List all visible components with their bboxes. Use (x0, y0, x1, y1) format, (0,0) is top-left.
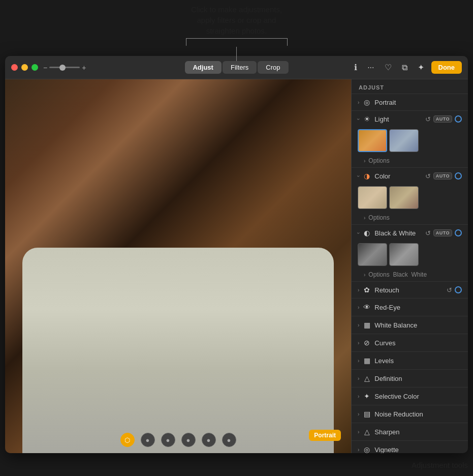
adjust-row-curves[interactable]: › ⊘ Curves (352, 334, 468, 351)
color-thumb-2[interactable] (389, 186, 419, 209)
bw-thumb-1[interactable] (358, 243, 387, 266)
adjust-row-selcolor[interactable]: › ✦ Selective Color (352, 387, 468, 405)
bw-thumbs (352, 241, 468, 269)
portrait-label-button[interactable]: Portrait (309, 430, 341, 441)
wb-label: White Balance (374, 321, 417, 329)
tab-filters[interactable]: Filters (223, 61, 257, 74)
magic-button[interactable]: ✦ (415, 61, 427, 74)
retouch-toggle[interactable] (455, 286, 462, 293)
zoom-slider[interactable] (49, 67, 80, 68)
tab-crop[interactable]: Crop (258, 61, 288, 74)
chevron-definition: › (358, 376, 359, 381)
adjust-row-sharpen[interactable]: › △ Sharpen (352, 423, 468, 440)
adjust-row-wb[interactable]: › ▦ White Balance (352, 316, 468, 334)
wb-icon: ▦ (362, 320, 371, 330)
chevron-curves: › (358, 340, 359, 346)
photo-background (5, 79, 351, 453)
chevron-redeye: › (358, 305, 359, 310)
tool-circle-4[interactable]: ● (202, 433, 216, 447)
adjust-row-color[interactable]: › ◑ Color ↺ AUTO (352, 168, 468, 184)
favorite-button[interactable]: ♡ (382, 61, 395, 74)
tool-hexagon[interactable]: ⬡ (120, 433, 135, 447)
color-toggle[interactable] (455, 172, 462, 180)
color-reset-icon[interactable]: ↺ (425, 172, 431, 180)
chevron-levels: › (358, 358, 359, 364)
minimize-button[interactable] (21, 64, 28, 71)
chevron-vignette: › (358, 447, 359, 453)
light-controls: ↺ AUTO (425, 115, 462, 123)
adjust-row-vignette[interactable]: › ◎ Vignette (352, 440, 468, 453)
fullscreen-button[interactable] (31, 64, 38, 71)
chevron-selcolor: › (358, 394, 359, 399)
adjust-row-portrait[interactable]: › ◎ Portrait (352, 94, 468, 110)
color-label: Color (374, 172, 425, 180)
light-thumb-1[interactable] (358, 129, 387, 152)
light-thumbs (352, 127, 468, 155)
bw-options-chevron: › (364, 272, 365, 278)
bw-thumb-2[interactable] (389, 243, 419, 266)
info-button[interactable]: ℹ (351, 61, 360, 74)
close-button[interactable] (11, 64, 18, 71)
retouch-reset-icon[interactable]: ↺ (447, 286, 452, 294)
tab-adjust[interactable]: Adjust (184, 61, 221, 74)
bw-label: Black & White (374, 229, 425, 237)
retouch-icon: ✿ (362, 285, 371, 294)
light-options-chevron: › (364, 158, 365, 164)
color-controls: ↺ AUTO (425, 172, 462, 180)
chevron-color: › (356, 175, 361, 176)
adjust-row-definition[interactable]: › △ Definition (352, 369, 468, 387)
chevron-portrait: › (358, 100, 359, 105)
more-button[interactable]: ··· (364, 62, 377, 74)
curves-label: Curves (374, 339, 395, 347)
light-options-row[interactable]: › Options (352, 155, 468, 167)
bw-options-row[interactable]: › Options Black White (352, 269, 468, 281)
tool-circle-1[interactable]: ● (141, 433, 155, 447)
callout-line (236, 47, 237, 61)
light-reset-icon[interactable]: ↺ (425, 115, 431, 123)
zoom-plus-icon[interactable]: + (82, 64, 86, 72)
definition-label: Definition (374, 375, 402, 382)
panel-scroll[interactable]: › ◎ Portrait › ☀ Light ↺ AUTO (352, 94, 468, 453)
bw-black-label: Black (393, 271, 407, 278)
adjust-row-levels[interactable]: › ▦ Levels (352, 351, 468, 369)
chevron-retouch: › (358, 287, 359, 293)
adjust-row-noise[interactable]: › ▤ Noise Reduction (352, 405, 468, 423)
share-button[interactable]: ⧉ (399, 62, 411, 74)
chevron-light: › (356, 118, 361, 120)
color-options-row[interactable]: › Options (352, 212, 468, 224)
zoom-control: − + (43, 64, 86, 72)
color-thumbs (352, 184, 468, 212)
redeye-label: Red-Eye (374, 304, 400, 311)
adjust-row-bw[interactable]: › ◐ Black & White ↺ AUTO (352, 225, 468, 241)
color-auto-badge[interactable]: AUTO (433, 172, 452, 180)
done-button[interactable]: Done (431, 61, 462, 74)
bw-reset-icon[interactable]: ↺ (425, 229, 431, 237)
sharpen-icon: △ (362, 427, 371, 436)
adjust-row-retouch[interactable]: › ✿ Retouch ↺ (352, 282, 468, 298)
bw-toggle[interactable] (455, 229, 462, 236)
levels-icon: ▦ (362, 356, 371, 365)
tool-circle-3[interactable]: ● (181, 433, 196, 447)
redeye-icon: 👁 (362, 303, 371, 312)
bottom-annotation: Adjustment tools (412, 454, 468, 476)
bw-auto-badge[interactable]: AUTO (433, 229, 452, 236)
light-thumb-2[interactable] (389, 129, 419, 152)
tool-circle-5[interactable]: ● (222, 433, 236, 447)
light-toggle[interactable] (455, 115, 462, 123)
light-label: Light (374, 115, 425, 123)
bw-white-label: White (411, 271, 427, 278)
adjust-row-light[interactable]: › ☀ Light ↺ AUTO (352, 111, 468, 127)
zoom-minus-icon[interactable]: − (43, 64, 47, 72)
adjust-row-redeye[interactable]: › 👁 Red-Eye (352, 298, 468, 316)
color-thumb-1[interactable] (358, 186, 387, 209)
portrait-icon: ◎ (362, 98, 371, 107)
titlebar-right: ℹ ··· ♡ ⧉ ✦ Done (351, 61, 462, 74)
tool-circle-2[interactable]: ● (161, 433, 175, 447)
curves-icon: ⊘ (362, 338, 371, 347)
light-auto-badge[interactable]: AUTO (433, 115, 452, 123)
sharpen-label: Sharpen (374, 428, 399, 436)
panel-header: ADJUST (352, 79, 468, 94)
adjust-item-bw: › ◐ Black & White ↺ AUTO (352, 224, 468, 281)
retouch-label: Retouch (374, 286, 447, 294)
bw-icon: ◐ (362, 228, 371, 237)
